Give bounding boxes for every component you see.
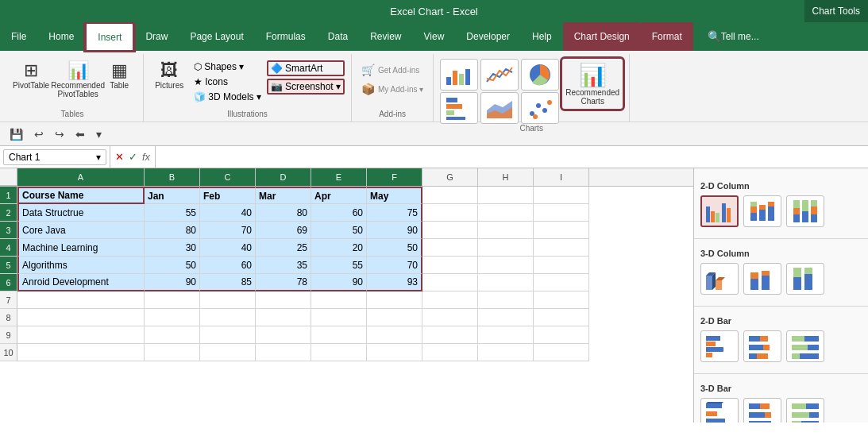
col-header-b[interactable]: B <box>145 168 200 186</box>
col-header-d[interactable]: D <box>256 168 311 186</box>
cell-f9[interactable] <box>367 326 422 344</box>
cell-c5[interactable]: 60 <box>200 257 256 274</box>
100pct-column-button[interactable] <box>786 195 824 227</box>
cell-c2[interactable]: 40 <box>200 204 256 222</box>
cell-d8[interactable] <box>256 309 311 326</box>
recommended-charts-button[interactable]: 📊 RecommendedCharts <box>562 59 623 109</box>
tab-file[interactable]: File <box>0 22 37 51</box>
cell-h8[interactable] <box>478 309 534 326</box>
pie-chart-button[interactable] <box>521 59 559 91</box>
save-button[interactable]: 💾 <box>6 126 26 142</box>
cancel-formula-icon[interactable]: ✕ <box>115 151 124 163</box>
stacked-bar-button[interactable] <box>743 330 781 362</box>
cell-a2[interactable]: Data Structrue <box>17 204 145 222</box>
cell-h5[interactable] <box>478 257 534 274</box>
row-header-2[interactable]: 2 <box>0 204 17 222</box>
cell-i7[interactable] <box>534 291 589 309</box>
cell-d5[interactable]: 35 <box>256 257 311 274</box>
cell-d2[interactable]: 80 <box>256 204 311 222</box>
cell-d1[interactable]: Mar <box>256 187 311 204</box>
area-chart-button[interactable] <box>480 92 519 124</box>
cell-h1[interactable] <box>478 187 534 204</box>
cell-i5[interactable] <box>534 257 589 274</box>
col-header-i[interactable]: I <box>534 168 589 186</box>
cell-g9[interactable] <box>422 326 478 344</box>
row-header-3[interactable]: 3 <box>0 222 17 239</box>
cell-h3[interactable] <box>478 222 534 239</box>
cell-e5[interactable]: 55 <box>311 257 367 274</box>
icons-button[interactable]: ★ Icons <box>191 75 264 88</box>
tab-chart-design[interactable]: Chart Design <box>563 22 641 51</box>
cell-i2[interactable] <box>534 204 589 222</box>
cell-h2[interactable] <box>478 204 534 222</box>
tab-home[interactable]: Home <box>37 22 85 51</box>
cell-c1[interactable]: Feb <box>200 187 256 204</box>
scatter-chart-button[interactable] <box>521 92 559 124</box>
tab-view[interactable]: View <box>413 22 456 51</box>
col-header-h[interactable]: H <box>478 168 534 186</box>
pictures-button[interactable]: 🖼 Pictures <box>150 59 188 93</box>
cell-d10[interactable] <box>256 344 311 361</box>
cell-b4[interactable]: 30 <box>145 239 200 257</box>
row-header-4[interactable]: 4 <box>0 239 17 257</box>
cell-a7[interactable] <box>17 291 145 309</box>
cell-i9[interactable] <box>534 326 589 344</box>
cell-i3[interactable] <box>534 222 589 239</box>
cell-g2[interactable] <box>422 204 478 222</box>
row-header-8[interactable]: 8 <box>0 309 17 326</box>
3d-clustered-bar-button[interactable] <box>700 398 739 423</box>
cell-a5[interactable]: Algorithms <box>17 257 145 274</box>
column-chart-button[interactable] <box>440 59 478 91</box>
cell-d9[interactable] <box>256 326 311 344</box>
row-header-5[interactable]: 5 <box>0 257 17 274</box>
tab-page-layout[interactable]: Page Layout <box>179 22 254 51</box>
cell-b10[interactable] <box>145 344 200 361</box>
cell-g6[interactable] <box>422 274 478 291</box>
line-chart-button[interactable] <box>480 59 519 91</box>
cell-e10[interactable] <box>311 344 367 361</box>
undo-button[interactable]: ↩ <box>31 126 47 142</box>
cell-f6[interactable]: 93 <box>367 274 422 291</box>
cell-f8[interactable] <box>367 309 422 326</box>
cell-e2[interactable]: 60 <box>311 204 367 222</box>
cell-g1[interactable] <box>422 187 478 204</box>
cell-e6[interactable]: 90 <box>311 274 367 291</box>
tab-review[interactable]: Review <box>359 22 412 51</box>
tab-format[interactable]: Format <box>641 22 693 51</box>
cell-e3[interactable]: 50 <box>311 222 367 239</box>
cell-d3[interactable]: 69 <box>256 222 311 239</box>
col-header-a[interactable]: A <box>17 168 145 186</box>
cell-e9[interactable] <box>311 326 367 344</box>
cell-f3[interactable]: 90 <box>367 222 422 239</box>
cell-i4[interactable] <box>534 239 589 257</box>
cell-e8[interactable] <box>311 309 367 326</box>
cell-f5[interactable]: 70 <box>367 257 422 274</box>
table-button[interactable]: ▦ Table <box>102 59 137 93</box>
pivot-table-button[interactable]: ⊞ PivotTable <box>8 59 54 93</box>
cell-a6[interactable]: Anroid Development <box>17 274 145 291</box>
100pct-bar-button[interactable] <box>786 330 824 362</box>
cell-c4[interactable]: 40 <box>200 239 256 257</box>
cell-a9[interactable] <box>17 326 145 344</box>
3d-models-button[interactable]: 🧊 3D Models ▾ <box>191 91 264 103</box>
cell-c10[interactable] <box>200 344 256 361</box>
row-header-10[interactable]: 10 <box>0 344 17 361</box>
undo-arrow-icon[interactable]: ⬅ <box>72 126 88 142</box>
row-header-1[interactable]: 1 <box>0 187 17 204</box>
cell-a4[interactable]: Machine Learning <box>17 239 145 257</box>
cell-g10[interactable] <box>422 344 478 361</box>
cell-i10[interactable] <box>534 344 589 361</box>
cell-h7[interactable] <box>478 291 534 309</box>
col-header-g[interactable]: G <box>422 168 478 186</box>
cell-g7[interactable] <box>422 291 478 309</box>
cell-g4[interactable] <box>422 239 478 257</box>
cell-f7[interactable] <box>367 291 422 309</box>
cell-i1[interactable] <box>534 187 589 204</box>
name-box[interactable]: Chart 1 ▾ <box>3 149 106 165</box>
tab-tell-me[interactable]: 🔍 Tell me... <box>696 22 770 51</box>
row-header-7[interactable]: 7 <box>0 291 17 309</box>
cell-i6[interactable] <box>534 274 589 291</box>
cell-b6[interactable]: 90 <box>145 274 200 291</box>
3d-stacked-column-button[interactable] <box>743 263 781 295</box>
clustered-bar-button[interactable] <box>700 330 739 362</box>
